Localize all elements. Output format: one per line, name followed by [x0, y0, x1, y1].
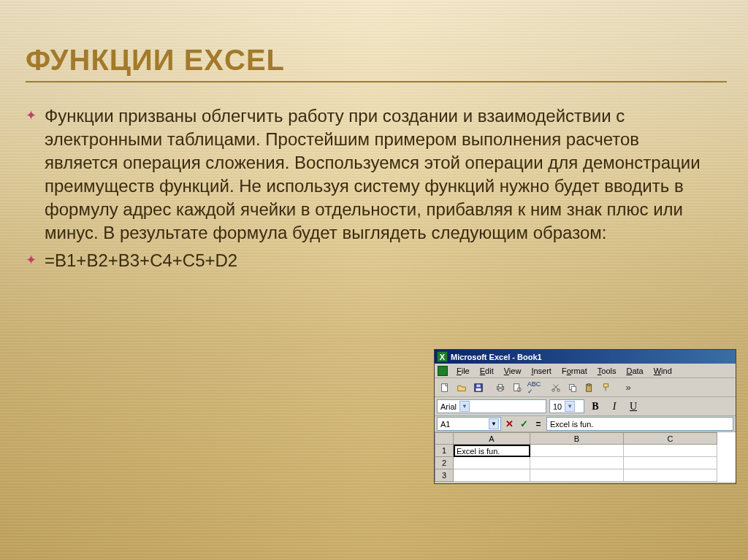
titlebar: X Microsoft Excel - Book1 [435, 350, 736, 364]
svg-rect-3 [476, 384, 480, 387]
bullet-text: =B1+B2+B3+C4+C5+D2 [45, 249, 237, 272]
window-title: Microsoft Excel - Book1 [451, 353, 542, 361]
svg-rect-6 [498, 388, 502, 391]
excel-doc-icon [438, 366, 448, 376]
separator [543, 380, 547, 396]
bullet-item: ✦ =B1+B2+B3+C4+C5+D2 [26, 249, 722, 272]
new-icon[interactable] [437, 380, 453, 396]
bullet-item: ✦ Функции призваны облегчить работу при … [26, 104, 722, 245]
cell[interactable] [530, 469, 624, 482]
spellcheck-icon[interactable]: ABC✓ [526, 380, 542, 396]
menu-format[interactable]: Format [557, 365, 592, 377]
cut-icon[interactable] [548, 380, 564, 396]
cell[interactable] [624, 469, 717, 482]
formula-cancel-icon[interactable]: ✕ [503, 418, 516, 431]
formula-input[interactable]: Excel is fun. [546, 417, 733, 431]
spreadsheet-grid[interactable]: A B C 1 Excel is fun. 2 3 [435, 432, 736, 482]
cell[interactable] [624, 457, 717, 469]
more-icon[interactable]: » [620, 380, 636, 396]
menu-tools[interactable]: Tools [593, 365, 621, 377]
title-underline [26, 81, 727, 83]
slide: ФУНКЦИИ EXCEL ✦ Функции призваны облегчи… [0, 0, 748, 272]
cell[interactable] [530, 457, 624, 469]
bullet-star-icon: ✦ [26, 249, 45, 272]
underline-button[interactable]: U [625, 399, 641, 414]
svg-rect-7 [514, 383, 519, 391]
name-box[interactable]: A1 ▼ [437, 417, 501, 431]
svg-rect-5 [498, 384, 502, 387]
cell[interactable]: Excel is fun. [454, 445, 530, 457]
formatting-toolbar: Arial ▼ 10 ▼ B I U [435, 397, 736, 416]
menu-window[interactable]: Wind [649, 365, 676, 377]
menu-view[interactable]: View [500, 365, 526, 377]
italic-button[interactable]: I [606, 399, 622, 414]
svg-rect-12 [571, 386, 576, 391]
svg-rect-0 [442, 383, 448, 391]
cell[interactable] [624, 445, 717, 457]
svg-rect-14 [587, 383, 590, 386]
formula-bar: A1 ▼ ✕ ✓ = Excel is fun. [435, 416, 736, 432]
bold-button[interactable]: B [587, 399, 603, 414]
print-icon[interactable] [492, 380, 508, 396]
svg-rect-15 [604, 383, 608, 386]
menu-insert[interactable]: Insert [527, 365, 556, 377]
excel-window: X Microsoft Excel - Book1 File Edit View… [434, 349, 736, 484]
row-header[interactable]: 1 [435, 445, 454, 457]
separator [615, 380, 619, 396]
separator [487, 380, 492, 396]
excel-app-icon: X [437, 351, 448, 362]
dropdown-icon[interactable]: ▼ [489, 418, 499, 429]
font-name-value: Arial [440, 402, 457, 411]
row-header[interactable]: 2 [435, 457, 454, 469]
menu-edit[interactable]: Edit [476, 365, 498, 377]
column-header[interactable]: A [454, 432, 530, 445]
dropdown-icon[interactable]: ▼ [459, 401, 470, 412]
menu-data[interactable]: Data [622, 365, 647, 377]
menu-file[interactable]: File [452, 365, 474, 377]
column-header[interactable]: C [624, 432, 717, 445]
paste-icon[interactable] [581, 380, 598, 396]
cell[interactable] [530, 445, 624, 457]
menu-bar: File Edit View Insert Format Tools Data … [435, 364, 736, 378]
bullet-star-icon: ✦ [26, 104, 45, 245]
print-preview-icon[interactable] [509, 380, 525, 396]
column-header[interactable]: B [530, 432, 624, 445]
formula-accept-icon[interactable]: ✓ [517, 418, 530, 431]
save-icon[interactable] [470, 380, 486, 396]
font-name-combo[interactable]: Arial ▼ [437, 399, 546, 413]
slide-title: ФУНКЦИИ EXCEL [26, 44, 722, 77]
copy-icon[interactable] [565, 380, 581, 396]
open-icon[interactable] [454, 380, 470, 396]
formula-value: Excel is fun. [550, 420, 593, 429]
formula-equals-icon[interactable]: = [532, 418, 545, 431]
select-all-corner[interactable] [435, 432, 454, 445]
standard-toolbar: ABC✓ » [435, 378, 736, 397]
font-size-value: 10 [553, 402, 562, 411]
cell[interactable] [454, 469, 530, 482]
font-size-combo[interactable]: 10 ▼ [549, 399, 584, 413]
name-box-value: A1 [440, 420, 450, 429]
cell[interactable] [454, 457, 530, 469]
bullet-text: Функции призваны облегчить работу при со… [45, 104, 717, 245]
svg-rect-2 [476, 388, 481, 391]
format-painter-icon[interactable] [598, 380, 614, 396]
row-header[interactable]: 3 [435, 469, 454, 482]
dropdown-icon[interactable]: ▼ [565, 401, 575, 412]
